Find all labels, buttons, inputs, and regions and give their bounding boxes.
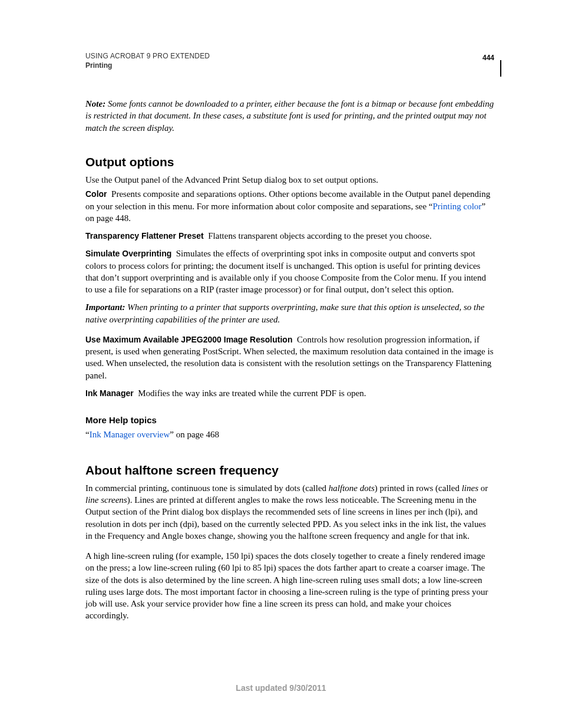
color-text-a: Presents composite and separations optio… [85,189,490,210]
halftone-p2: A high line-screen ruling (for example, … [85,550,494,622]
header-rule [500,60,501,77]
note-label: Note: [85,99,105,108]
ink-manager-text: Modifies the way inks are treated while … [138,388,366,398]
section-name: Printing [85,61,494,70]
note-paragraph: Note: Some fonts cannot be downloaded to… [85,98,494,134]
transparency-flattener-text: Flattens transparent objects according t… [208,231,431,241]
halftone-p1-e: or [478,483,488,493]
document-page: 444 USING ACROBAT 9 PRO EXTENDED Printin… [0,0,562,728]
term-transparency-flattener: Transparency Flattener Preset [85,231,204,241]
heading-halftone: About halftone screen frequency [85,462,494,479]
def-color: Color Presents composite and separations… [85,188,494,224]
halftone-p1-a: In commercial printing, continuous tone … [85,483,329,493]
heading-more-help: More Help topics [85,414,494,426]
body: Note: Some fonts cannot be downloaded to… [85,98,494,622]
last-updated: Last updated 9/30/2011 [236,683,326,693]
halftone-p1: In commercial printing, continuous tone … [85,482,494,542]
heading-output-options: Output options [85,154,494,170]
output-options-intro: Use the Output panel of the Advanced Pri… [85,174,494,186]
doc-title: USING ACROBAT 9 PRO EXTENDED [85,52,494,60]
def-jpeg2000: Use Maximum Available JPEG2000 Image Res… [85,334,494,381]
important-text: When printing to a printer that supports… [85,302,484,324]
note-text: Some fonts cannot be downloaded to a pri… [85,99,494,133]
term-color: Color [85,189,107,199]
page-number: 444 [482,54,494,62]
halftone-p1-b: halftone dots [329,483,375,493]
important-label: Important: [85,302,125,312]
term-jpeg2000: Use Maximum Available JPEG2000 Image Res… [85,335,292,344]
help-quote-close: ” on page 468 [170,430,219,439]
term-simulate-overprinting: Simulate Overprinting [85,249,171,258]
def-simulate-overprinting: Simulate Overprinting Simulates the effe… [85,248,494,295]
halftone-p1-g: ). Lines are printed at different angles… [85,495,486,541]
def-ink-manager: Ink Manager Modifies the way inks are tr… [85,387,494,399]
page-header: 444 USING ACROBAT 9 PRO EXTENDED Printin… [85,52,494,70]
help-quote-open: “ [85,430,90,439]
link-printing-color[interactable]: Printing color [432,202,481,211]
more-help-line: “Ink Manager overview” on page 468 [85,429,494,440]
halftone-p1-c: ) printed in rows (called [375,483,462,493]
page-number-block: 444 [482,52,494,62]
halftone-p1-d: lines [462,483,478,493]
term-ink-manager: Ink Manager [85,388,134,398]
important-paragraph: Important: When printing to a printer th… [85,301,494,325]
def-transparency-flattener: Transparency Flattener Preset Flattens t… [85,230,494,242]
footer: Last updated 9/30/2011 [0,683,562,693]
link-ink-manager-overview[interactable]: Ink Manager overview [90,430,170,439]
halftone-p1-f: line screens [85,495,127,505]
